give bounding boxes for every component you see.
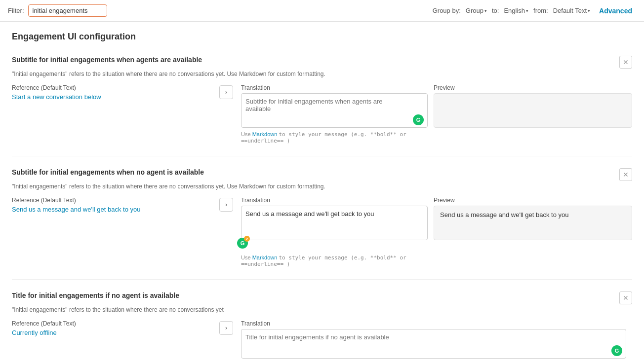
section-header-1: Subtitle for initial engagements when ag… — [12, 56, 632, 69]
reference-col-1: Reference (Default Text) Start a new con… — [12, 84, 219, 101]
reference-col-2: Reference (Default Text) Send us a messa… — [12, 197, 219, 213]
reference-value-1[interactable]: Start a new conversation below — [12, 93, 101, 101]
markdown-link-1[interactable]: Markdown — [252, 131, 278, 137]
preview-label-1: Preview — [434, 84, 632, 91]
close-button-3[interactable]: ✕ — [619, 291, 632, 304]
grammarly-icon-1[interactable]: G — [413, 114, 424, 125]
reference-col-3: Reference (Default Text) Currently offli… — [12, 320, 219, 336]
preview-box-2: Send us a message and we'll get back to … — [434, 206, 632, 240]
reference-value-2[interactable]: Send us a message and we'll get back to … — [12, 206, 140, 213]
topbar-left: Filter: — [8, 4, 433, 17]
copy-arrow-button-3[interactable]: › — [219, 321, 233, 335]
group-by-label: Group by: — [433, 7, 461, 14]
preview-col-2: Preview Send us a message and we'll get … — [434, 197, 632, 240]
section-subtitle-agents-available: Subtitle for initial engagements when ag… — [12, 56, 632, 156]
translation-wrapper-1: G — [241, 93, 428, 129]
section-header-2: Subtitle for initial engagements when no… — [12, 168, 632, 181]
close-button-2[interactable]: ✕ — [619, 168, 632, 181]
reference-label-1: Reference (Default Text) — [12, 84, 213, 91]
advanced-button[interactable]: Advanced — [595, 5, 636, 17]
chevron-down-icon: ▾ — [588, 8, 590, 13]
markdown-hint-1: Use Markdown to style your message (e.g.… — [241, 131, 428, 144]
grammarly-icon-3[interactable]: G — [611, 345, 622, 356]
markdown-hint-2: Use Markdown to style your message (e.g.… — [241, 255, 428, 267]
translation-wrapper-2: Send us a message and we'll get back to … — [241, 206, 428, 253]
filter-input[interactable] — [28, 4, 107, 17]
section-title-2: Subtitle for initial engagements when no… — [12, 168, 204, 176]
from-label: from: — [533, 7, 548, 14]
page-title: Engagement UI configuration — [12, 32, 632, 42]
section-desc-3: "Initial engagements" refers to the situ… — [12, 306, 632, 313]
section-title-3: Title for initial engagements if no agen… — [12, 291, 179, 299]
arrow-col-3: › — [219, 320, 235, 335]
arrow-col-1: › — [219, 84, 235, 99]
grammarly-icon-2[interactable]: G 2 — [237, 238, 248, 249]
field-row-3: Reference (Default Text) Currently offli… — [12, 320, 632, 360]
section-title-1: Subtitle for initial engagements when ag… — [12, 56, 202, 64]
main-content: Engagement UI configuration Subtitle for… — [0, 22, 644, 364]
translation-label-1: Translation — [241, 84, 428, 91]
copy-arrow-button-2[interactable]: › — [219, 198, 233, 212]
group-dropdown[interactable]: Group ▾ — [464, 6, 489, 15]
translation-label-2: Translation — [241, 197, 428, 204]
to-label: to: — [492, 7, 499, 14]
copy-arrow-button-1[interactable]: › — [219, 85, 233, 99]
section-header-3: Title for initial engagements if no agen… — [12, 291, 632, 304]
source-dropdown[interactable]: Default Text ▾ — [551, 6, 592, 15]
translation-textarea-1[interactable] — [241, 93, 428, 128]
reference-value-3[interactable]: Currently offline — [12, 329, 57, 336]
translation-wrapper-3: G — [241, 329, 626, 360]
preview-label-2: Preview — [434, 197, 632, 204]
section-subtitle-no-agent: Subtitle for initial engagements when no… — [12, 168, 632, 280]
translation-textarea-2[interactable]: Send us a message and we'll get back to … — [241, 206, 428, 240]
markdown-link-2[interactable]: Markdown — [252, 255, 278, 260]
reference-label-3: Reference (Default Text) — [12, 320, 213, 327]
section-title-no-agent: Title for initial engagements if no agen… — [12, 291, 632, 364]
translation-col-2: Translation Send us a message and we'll … — [235, 197, 434, 267]
field-row-2: Reference (Default Text) Send us a messa… — [12, 197, 632, 267]
grammarly-badge-2: 2 — [244, 236, 250, 242]
reference-label-2: Reference (Default Text) — [12, 197, 213, 204]
topbar-right: Group by: Group ▾ to: English ▾ from: De… — [433, 5, 636, 17]
topbar: Filter: Group by: Group ▾ to: English ▾ … — [0, 0, 644, 22]
section-desc-1: "Initial engagements" refers to the situ… — [12, 71, 632, 77]
translation-textarea-3[interactable] — [241, 329, 626, 359]
translation-label-3: Translation — [241, 320, 626, 327]
chevron-down-icon: ▾ — [484, 8, 487, 13]
field-row-1: Reference (Default Text) Start a new con… — [12, 84, 632, 144]
close-button-1[interactable]: ✕ — [619, 56, 632, 69]
arrow-col-2: › — [219, 197, 235, 212]
translation-col-1: Translation G Use Markdown to style your… — [235, 84, 434, 144]
language-dropdown[interactable]: English ▾ — [502, 6, 530, 15]
chevron-down-icon: ▾ — [526, 8, 528, 13]
preview-box-1 — [434, 93, 632, 128]
filter-label: Filter: — [8, 7, 24, 14]
preview-col-1: Preview — [434, 84, 632, 128]
section-desc-2: "Initial engagements" refers to the situ… — [12, 183, 632, 190]
translation-col-3: Translation G — [235, 320, 632, 360]
